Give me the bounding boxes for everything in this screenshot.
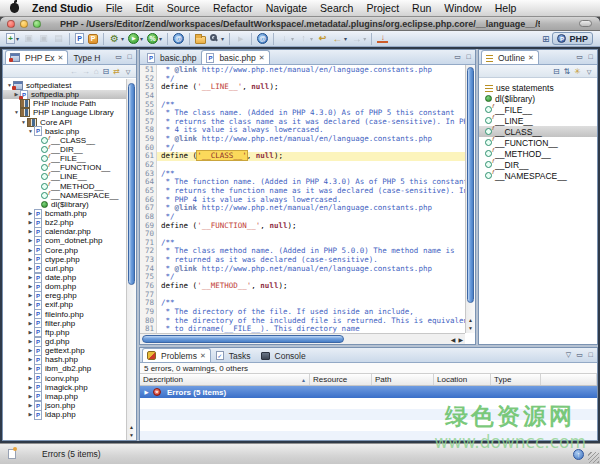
open-perspective-button[interactable]: ⊞ (542, 34, 550, 44)
tab-outline[interactable]: Outline ✕ (481, 50, 539, 64)
menu-run[interactable]: Run (412, 2, 431, 14)
view-menu-icon[interactable]: ▽ (564, 350, 573, 359)
scrollbar-thumb[interactable] (467, 67, 474, 303)
code-line[interactable]: define ('__FUNCTION__', null); (157, 222, 465, 231)
up-level-icon[interactable]: ⌂ (94, 67, 99, 76)
tree-item[interactable]: ▼basic.php (3, 127, 126, 136)
editor-body[interactable]: 5152535455565758596061626364656667686970… (140, 65, 465, 333)
tree-item[interactable]: ▼PHP Language Library (3, 108, 126, 117)
tree-item[interactable]: ▼Core API (3, 118, 126, 127)
tree-collapse-arrow-icon[interactable]: ▼ (27, 127, 34, 136)
tree-item[interactable]: __CLASS__ (3, 136, 126, 145)
dropdown-arrow-icon[interactable]: ▾ (363, 35, 366, 42)
scrollbar-thumb[interactable] (142, 335, 344, 343)
code-line[interactable] (157, 161, 465, 170)
tree-item[interactable]: ▶curl.php (3, 264, 126, 273)
tree-item[interactable]: ▶imap.php (3, 392, 126, 401)
view-menu-icon[interactable]: ▽ (124, 68, 132, 75)
tab-type-h[interactable]: Type H (68, 50, 105, 64)
new-wizard-button[interactable]: ▾ (5, 32, 20, 46)
tab-console[interactable]: Console (256, 348, 311, 362)
tree-expand-arrow-icon[interactable]: ▶ (27, 246, 34, 255)
tree-expand-arrow-icon[interactable]: ▶ (27, 319, 34, 328)
tree-expand-arrow-icon[interactable]: ▶ (27, 291, 34, 300)
tree-expand-arrow-icon[interactable]: ▶ (27, 364, 34, 373)
php-web-page-button[interactable] (172, 32, 185, 46)
menu-edit[interactable]: Edit (136, 2, 154, 14)
minimize-editor-button[interactable]: ▭ (453, 52, 462, 61)
tree-expand-arrow-icon[interactable]: ▶ (27, 218, 34, 227)
apple-logo-icon[interactable] (10, 3, 19, 13)
tree-item[interactable]: ▶imagick.php (3, 383, 126, 392)
run-button[interactable]: ▾ (127, 32, 144, 46)
outline-item[interactable]: __NAMESPACE__ (479, 170, 597, 181)
import-button[interactable] (376, 32, 389, 46)
tree-item[interactable]: PHP Include Path (3, 99, 126, 108)
code-line[interactable]: * @link http://www.php.net/manual/en/lan… (157, 66, 465, 75)
scrollbar-arrows[interactable]: ▲▼ (127, 423, 136, 439)
collapse-all-icon[interactable]: ⊟ (553, 67, 560, 76)
outline-item[interactable]: dl($library) (479, 93, 597, 104)
tree-item[interactable]: __DIR__ (3, 145, 126, 154)
tree-expand-arrow-icon[interactable]: ▶ (27, 282, 34, 291)
close-icon[interactable]: ✕ (58, 54, 64, 62)
outline-item[interactable]: __LINE__ (479, 115, 597, 126)
close-icon[interactable]: ✕ (200, 352, 206, 360)
tree-item[interactable]: dl($library) (3, 200, 126, 209)
dropdown-arrow-icon[interactable]: ▾ (221, 35, 224, 42)
dropdown-arrow-icon[interactable]: ▾ (140, 35, 143, 42)
tree-item[interactable]: ▶gd.php (3, 337, 126, 346)
minimize-window-button[interactable] (20, 20, 28, 28)
back-history-icon[interactable]: ← (70, 67, 78, 76)
tab-php-ex[interactable]: PHP Ex✕ (5, 50, 68, 64)
code-line[interactable] (157, 92, 465, 101)
maximize-view-button[interactable]: □ (586, 350, 595, 359)
editor-tab-basic-php[interactable]: basic.php✕ (201, 50, 269, 64)
dropdown-arrow-icon[interactable]: ▾ (16, 35, 19, 42)
profile-button[interactable]: ▾ (146, 32, 163, 46)
editor-tab-basic-php[interactable]: basic.php (142, 50, 201, 64)
code-line[interactable]: * @link http://www.php.net/manual/en/lan… (157, 204, 465, 213)
link-with-editor-icon[interactable]: ⇄ (113, 67, 120, 76)
tree-item[interactable]: ▶ibm_db2.php (3, 364, 126, 373)
menu-search[interactable]: Search (320, 2, 353, 14)
editor-vscrollbar[interactable]: ▲▼ (465, 65, 475, 333)
window-title-bar[interactable]: PHP - /Users/Editor/Zend/workspaces/Defa… (0, 17, 600, 31)
resize-grip[interactable] (588, 452, 599, 463)
code-line[interactable] (157, 230, 465, 239)
outline-item[interactable]: __DIR__ (479, 159, 597, 170)
tree-item[interactable]: ▶iconv.php (3, 374, 126, 383)
column-header-resource[interactable]: Resource (310, 374, 372, 385)
explorer-scrollbar[interactable]: ▲▼ (126, 79, 136, 440)
collapse-all-icon[interactable]: ⊟ (103, 67, 110, 76)
tree-expand-arrow-icon[interactable]: ▶ (27, 236, 34, 245)
menu-app-name[interactable]: Zend Studio (32, 2, 93, 14)
tree-item[interactable]: ▶dom.php (3, 282, 126, 291)
scrollbar-thumb[interactable] (128, 83, 135, 285)
tab-problems[interactable]: Problems✕ (142, 348, 211, 362)
code-line[interactable] (157, 291, 465, 300)
toolbar-toggle-lozenge[interactable] (579, 20, 592, 27)
new-php-project-button[interactable] (87, 32, 99, 46)
tree-item[interactable]: __NAMESPACE__ (3, 191, 126, 200)
debug-button[interactable]: ▾ (108, 32, 125, 46)
scrollbar-arrows[interactable]: ◀▶ (451, 334, 463, 344)
tree-expand-arrow-icon[interactable]: ▶ (27, 355, 34, 364)
tree-collapse-arrow-icon[interactable]: ▼ (13, 108, 20, 117)
menu-refactor[interactable]: Refactor (213, 2, 253, 14)
minimize-view-button[interactable]: ▭ (114, 52, 123, 61)
tree-item[interactable]: ▶bcmath.php (3, 209, 126, 218)
tree-item[interactable]: ▶com_dotnet.php (3, 236, 126, 245)
tree-collapse-arrow-icon[interactable]: ▼ (20, 118, 27, 127)
tree-item[interactable]: ▶exif.php (3, 300, 126, 309)
current-code-line[interactable]: define ('__CLASS__', null); (157, 152, 465, 161)
forward-history-icon[interactable]: → (82, 67, 90, 76)
tree-expand-arrow-icon[interactable]: ▶ (27, 374, 34, 383)
tree-expand-arrow-icon[interactable]: ▶ (27, 310, 34, 319)
tree-item[interactable]: ▶gettext.php (3, 346, 126, 355)
progress-icon[interactable] (573, 449, 584, 460)
menu-window[interactable]: Window (444, 2, 481, 14)
tree-item[interactable]: ▶calendar.php (3, 227, 126, 236)
close-icon[interactable]: ✕ (528, 54, 534, 62)
menu-project[interactable]: Project (366, 2, 399, 14)
